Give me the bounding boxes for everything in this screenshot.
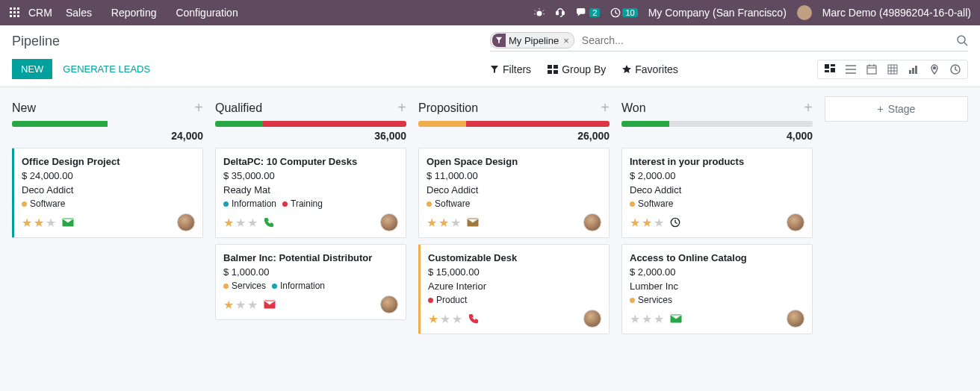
salesperson-avatar[interactable]	[177, 213, 195, 231]
kanban-column: New+24,000 Office Design Project $ 24,00…	[12, 96, 203, 244]
svg-rect-24	[825, 64, 829, 69]
activity-icon[interactable]	[264, 299, 276, 310]
filters-button[interactable]: Filters	[490, 63, 531, 75]
column-progress[interactable]	[418, 121, 610, 127]
priority-star[interactable]: ★	[440, 312, 450, 326]
user-menu[interactable]: Marc Demo (49896204-16-0-all)	[822, 7, 971, 19]
kanban-card[interactable]: Interest in your products $ 2,000.00 Dec…	[621, 148, 813, 238]
priority-star[interactable]: ★	[235, 216, 246, 230]
priority-star[interactable]: ★	[223, 298, 234, 312]
generate-leads-button[interactable]: GENERATE LEADS	[63, 63, 150, 75]
messages-icon[interactable]: 2	[576, 7, 600, 18]
priority-star[interactable]: ★	[428, 312, 438, 326]
favorites-button[interactable]: Favorites	[622, 63, 678, 75]
activities-icon[interactable]: 10	[610, 7, 637, 18]
kanban-card[interactable]: Customizable Desk $ 15,000.00 Azure Inte…	[418, 244, 610, 334]
salesperson-avatar[interactable]	[380, 213, 398, 231]
priority-star[interactable]: ★	[22, 216, 32, 230]
support-icon[interactable]	[555, 7, 565, 18]
priority-star[interactable]: ★	[223, 216, 234, 230]
apps-icon[interactable]	[9, 7, 21, 19]
pivot-view-icon[interactable]	[887, 63, 899, 75]
salesperson-avatar[interactable]	[380, 295, 398, 313]
activity-icon[interactable]	[467, 217, 479, 228]
priority-star[interactable]: ★	[452, 312, 462, 326]
kanban-card[interactable]: Open Space Design $ 11,000.00 Deco Addic…	[418, 148, 610, 238]
priority-star[interactable]: ★	[235, 298, 246, 312]
priority-star[interactable]: ★	[642, 312, 652, 326]
svg-rect-27	[831, 68, 835, 72]
kanban-card[interactable]: DeltaPC: 10 Computer Desks $ 35,000.00 R…	[215, 148, 406, 238]
activity-view-icon[interactable]	[949, 63, 961, 75]
salesperson-avatar[interactable]	[583, 213, 601, 231]
map-view-icon[interactable]	[928, 63, 940, 75]
column-title[interactable]: New	[12, 101, 36, 115]
kanban-column: Qualified+36,000 DeltaPC: 10 Computer De…	[215, 96, 406, 326]
column-progress[interactable]	[621, 121, 813, 127]
control-panel: Pipeline My Pipeline × NEW GENERATE LEAD…	[0, 25, 980, 79]
salesperson-avatar[interactable]	[787, 213, 804, 231]
card-customer: Ready Mat	[223, 184, 398, 196]
priority-star[interactable]: ★	[46, 216, 56, 230]
card-customer: Azure Interior	[428, 281, 601, 292]
graph-view-icon[interactable]	[908, 63, 919, 75]
kanban-card[interactable]: Access to Online Catalog $ 2,000.00 Lumb…	[621, 244, 813, 334]
priority-star[interactable]: ★	[642, 216, 652, 230]
plus-icon: +	[878, 103, 884, 115]
priority-star[interactable]: ★	[450, 216, 461, 230]
priority-star[interactable]: ★	[427, 216, 437, 230]
column-total: 4,000	[787, 130, 813, 142]
priority-star[interactable]: ★	[247, 216, 258, 230]
quick-create-icon[interactable]: +	[397, 99, 406, 116]
nav-configuration[interactable]: Configuration	[176, 7, 238, 19]
list-view-icon[interactable]	[845, 63, 857, 75]
priority-star[interactable]: ★	[654, 216, 664, 230]
activity-icon[interactable]	[62, 217, 74, 228]
nav-sales[interactable]: Sales	[66, 7, 92, 19]
salesperson-avatar[interactable]	[583, 310, 601, 328]
activity-icon[interactable]	[670, 313, 682, 324]
activity-icon[interactable]	[670, 217, 680, 228]
priority-star[interactable]: ★	[438, 216, 449, 230]
kanban-view-icon[interactable]	[824, 63, 836, 75]
search-facet[interactable]: My Pipeline ×	[490, 32, 574, 49]
svg-point-43	[934, 66, 936, 69]
calendar-view-icon[interactable]	[866, 63, 878, 75]
quick-create-icon[interactable]: +	[194, 99, 203, 116]
column-title[interactable]: Proposition	[418, 101, 478, 115]
kanban-column: Proposition+26,000 Open Space Design $ 1…	[418, 96, 610, 340]
column-title[interactable]: Won	[621, 101, 646, 115]
search-icon[interactable]	[956, 34, 968, 46]
company-switcher[interactable]: My Company (San Francisco)	[648, 7, 787, 19]
debug-icon[interactable]	[534, 7, 545, 18]
column-progress[interactable]	[12, 121, 203, 127]
card-amount: $ 2,000.00	[630, 170, 804, 181]
quick-create-icon[interactable]: +	[804, 99, 813, 116]
new-button[interactable]: NEW	[12, 59, 52, 79]
column-title[interactable]: Qualified	[215, 101, 262, 115]
activity-icon[interactable]	[468, 313, 479, 324]
quick-create-icon[interactable]: +	[601, 99, 610, 116]
groupby-button[interactable]: Group By	[548, 63, 606, 75]
priority-star[interactable]: ★	[654, 312, 664, 326]
priority-star[interactable]: ★	[630, 216, 640, 230]
app-brand[interactable]: CRM	[28, 7, 52, 19]
nav-reporting[interactable]: Reporting	[111, 7, 157, 19]
activity-icon[interactable]	[264, 217, 274, 228]
add-stage-button[interactable]: +Stage	[825, 96, 968, 122]
user-avatar[interactable]	[797, 5, 812, 20]
column-progress[interactable]	[215, 121, 406, 127]
search-input[interactable]	[579, 31, 956, 49]
card-customer: Deco Addict	[22, 184, 195, 196]
card-customer: Lumber Inc	[630, 281, 804, 292]
kanban-card[interactable]: Office Design Project $ 24,000.00 Deco A…	[12, 148, 203, 238]
column-total: 24,000	[171, 130, 203, 142]
kanban-card[interactable]: Balmer Inc: Potential Distributor $ 1,00…	[215, 244, 406, 320]
card-tags: Product	[428, 295, 601, 305]
salesperson-avatar[interactable]	[787, 310, 804, 328]
svg-rect-23	[553, 70, 558, 74]
priority-star[interactable]: ★	[247, 298, 258, 312]
priority-star[interactable]: ★	[34, 216, 44, 230]
priority-star[interactable]: ★	[630, 312, 640, 326]
facet-remove-icon[interactable]: ×	[563, 35, 569, 46]
